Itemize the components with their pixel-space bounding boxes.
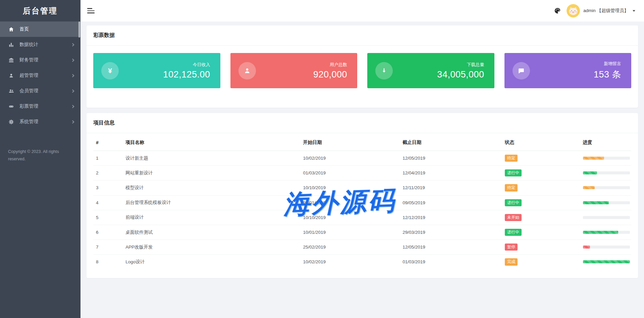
- sidebar-item-home[interactable]: 首页: [0, 21, 80, 37]
- sidebar-item-finance[interactable]: 财务管理: [0, 52, 80, 68]
- sidebar: 后台管理 首页数据统计财务管理超管管理会员管理彩票管理系统管理 Copyrigh…: [0, 0, 80, 318]
- sidebar-item-label: 彩票管理: [19, 103, 38, 109]
- cell-project-name: 前端设计: [123, 210, 300, 225]
- sidebar-item-label: 财务管理: [19, 57, 38, 63]
- progress-bar: [583, 260, 630, 263]
- cell-progress: [580, 255, 631, 269]
- stat-card-value: 153 条: [594, 68, 621, 81]
- menu-toggle-icon[interactable]: [87, 7, 95, 15]
- cell-num: 3: [93, 180, 123, 195]
- gamepad-icon: [8, 103, 14, 109]
- progress-bar: [583, 186, 595, 189]
- cell-status: 进行中: [502, 166, 580, 180]
- projects-table: #项目名称开始日期截止日期状态进度 1设计新主题10/02/201912/05/…: [93, 135, 631, 269]
- cell-project-name: Logo设计: [123, 255, 300, 269]
- sidebar-menu: 首页数据统计财务管理超管管理会员管理彩票管理系统管理: [0, 21, 80, 129]
- sidebar-item-admins[interactable]: 超管管理: [0, 68, 80, 83]
- cell-start-date: 10/10/2019: [301, 210, 400, 225]
- sidebar-item-members[interactable]: 会员管理: [0, 83, 80, 99]
- cell-start-date: 10/10/2019: [301, 180, 400, 195]
- chevron-right-icon: [71, 120, 74, 123]
- stat-card-label: 今日收入: [163, 62, 210, 68]
- stat-card: 下载总量34,005,000: [367, 53, 494, 88]
- progress-bar: [583, 201, 609, 204]
- table-header-row: #项目名称开始日期截止日期状态进度: [93, 135, 631, 151]
- user-icon: [8, 72, 14, 78]
- app-title: 后台管理: [0, 0, 80, 21]
- cell-progress: [580, 240, 631, 255]
- status-badge: 进行中: [505, 229, 522, 236]
- cell-end-date: 12/04/2019: [400, 166, 502, 180]
- progress-track: [583, 201, 630, 204]
- cell-project-name: 模型设计: [123, 180, 300, 195]
- cell-progress: [580, 225, 631, 240]
- users-icon: [8, 88, 14, 94]
- cell-status: 待定: [502, 151, 580, 166]
- column-header: 项目名称: [123, 135, 300, 151]
- lottery-data-panel: 彩票数据 ¥今日收入102,125.00用户总数920,000下载总量34,00…: [87, 25, 638, 108]
- stat-card: 新增留言153 条: [504, 53, 632, 88]
- table-row: 4后台管理系统模板设计25/01/201909/05/2019进行中: [93, 195, 631, 210]
- sidebar-item-stats[interactable]: 数据统计: [0, 37, 80, 52]
- table-row: 8Logo设计10/02/201901/03/2019完成: [93, 255, 631, 269]
- progress-track: [583, 231, 630, 234]
- status-badge: 待定: [505, 184, 518, 191]
- user-menu[interactable]: admin 【超级管理员】: [567, 4, 635, 17]
- cell-progress: [580, 166, 631, 180]
- cell-start-date: 01/03/2019: [301, 166, 400, 180]
- status-badge: 进行中: [505, 199, 522, 206]
- cell-project-name: 设计新主题: [123, 151, 300, 166]
- bar-chart-icon: [8, 42, 14, 48]
- cell-end-date: 12/12/2019: [400, 210, 502, 225]
- column-header: #: [93, 135, 123, 151]
- sidebar-item-label: 超管管理: [19, 72, 38, 78]
- stat-card-value: 102,125.00: [163, 69, 210, 80]
- progress-track: [583, 157, 630, 160]
- cell-start-date: 25/01/2019: [301, 195, 400, 210]
- projects-table-wrap: #项目名称开始日期截止日期状态进度 1设计新主题10/02/201912/05/…: [87, 133, 638, 278]
- download-arrow-icon: [375, 62, 393, 80]
- sidebar-item-lottery[interactable]: 彩票管理: [0, 99, 80, 114]
- chevron-right-icon: [71, 43, 74, 46]
- cell-num: 4: [93, 195, 123, 210]
- stat-card: 用户总数920,000: [230, 53, 358, 88]
- cell-num: 2: [93, 166, 123, 180]
- cell-start-date: 10/02/2019: [301, 151, 400, 166]
- sidebar-item-system[interactable]: 系统管理: [0, 114, 80, 129]
- gear-icon: [8, 119, 14, 125]
- cell-project-name: APP改版开发: [123, 240, 300, 255]
- sidebar-item-label: 数据统计: [19, 42, 38, 48]
- cell-start-date: 10/01/2019: [301, 225, 400, 240]
- sidebar-item-label: 系统管理: [19, 119, 38, 125]
- palette-icon[interactable]: [554, 7, 561, 14]
- table-row: 7APP改版开发25/02/201912/05/2019暂停: [93, 240, 631, 255]
- progress-track: [583, 171, 630, 174]
- cell-num: 6: [93, 225, 123, 240]
- table-row: 5前端设计10/10/201912/12/2019未开始: [93, 210, 631, 225]
- cell-status: 进行中: [502, 195, 580, 210]
- cell-status: 未开始: [502, 210, 580, 225]
- caret-down-icon: [633, 10, 635, 12]
- topbar: admin 【超级管理员】: [80, 0, 644, 21]
- table-row: 2网站重新设计01/03/201912/04/2019进行中: [93, 166, 631, 180]
- cell-num: 7: [93, 240, 123, 255]
- cell-project-name: 后台管理系统模板设计: [123, 195, 300, 210]
- progress-track: [583, 216, 630, 219]
- stat-card-value: 34,005,000: [437, 69, 484, 80]
- progress-bar: [583, 157, 604, 160]
- cell-end-date: 01/03/2019: [400, 255, 502, 269]
- main-content: 彩票数据 ¥今日收入102,125.00用户总数920,000下载总量34,00…: [80, 0, 644, 278]
- stat-card-value: 920,000: [313, 69, 347, 80]
- stat-card-label: 新增留言: [594, 61, 621, 67]
- column-header: 截止日期: [400, 135, 502, 151]
- status-badge: 完成: [505, 258, 518, 265]
- cell-status: 完成: [502, 255, 580, 269]
- cell-project-name: 网站重新设计: [123, 166, 300, 180]
- sidebar-scrollbar-thumb[interactable]: [78, 21, 80, 38]
- bank-icon: [8, 57, 14, 63]
- cell-progress: [580, 151, 631, 166]
- stat-card: ¥今日收入102,125.00: [93, 53, 220, 88]
- cell-end-date: 12/11/2019: [400, 180, 502, 195]
- stat-cards-row: ¥今日收入102,125.00用户总数920,000下载总量34,005,000…: [87, 46, 638, 108]
- home-icon: [8, 26, 14, 32]
